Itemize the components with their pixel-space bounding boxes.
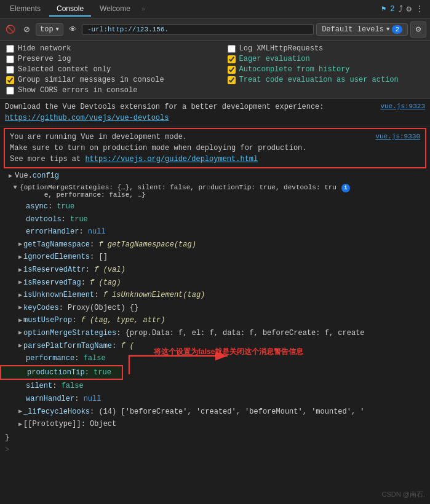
info-icon[interactable]: i [341, 184, 350, 192]
prompt-arrow: > [5, 446, 9, 454]
annotation-text: 将这个设置为false就是关闭这个消息警告信息 [154, 347, 425, 357]
vue-config-label: Vue.config [15, 171, 59, 180]
prop-gettagnamespace[interactable]: ▶ getTagNamespace : f getTagNamespace(ta… [0, 238, 430, 251]
expand-fn-icon[interactable]: ▶ [18, 240, 22, 250]
dev-mode-line1: You are running Vue in development mode. [10, 133, 187, 141]
treat-code-eval-checkbox[interactable]: Treat code evaluation as user action [228, 76, 424, 84]
closing-bracket: } [0, 431, 430, 444]
filter-options-panel: Hide network Preserve log Selected conte… [0, 41, 430, 99]
url-filter-text: -url:http://123.156. [87, 26, 169, 33]
devtools-source[interactable]: vue.js:9323 [380, 101, 425, 112]
prop-warnhandler[interactable]: warnHandler : null [0, 393, 430, 406]
tab-bar: Elements Console Welcome » ⚑ 2 ⤴ ⚙ ⋮ [0, 0, 430, 18]
close-brace: } [5, 433, 9, 442]
vue-config-section: ▶ Vue.config ▶ {optionMergeStrategies: {… [0, 170, 430, 431]
expand-obj2-icon[interactable]: ▶ [18, 328, 22, 338]
filter-button[interactable]: ⊘ [20, 23, 33, 36]
dev-mode-warning-box: You are running Vue in development mode.… [4, 128, 426, 168]
tab-welcome[interactable]: Welcome [92, 2, 138, 17]
console-settings-button[interactable]: ⚙ [410, 22, 426, 37]
prop-optionmergestrategies[interactable]: ▶ optionMergeStrategies : {prop.Data: f,… [0, 327, 430, 340]
expand-obj-icon[interactable]: ▶ [18, 303, 22, 313]
more-tabs-indicator: » [141, 6, 146, 13]
dev-mode-log-entry: You are running Vue in development mode.… [5, 129, 425, 167]
expand-arr-icon[interactable]: ▶ [18, 253, 22, 262]
tab-console[interactable]: Console [49, 2, 91, 17]
prop-lifecyclehooks[interactable]: ▶ _lifecycleHooks : (14) ['beforeCreate'… [0, 406, 430, 419]
prop-async[interactable]: async : true [0, 200, 430, 213]
gear-icon: ⚙ [416, 24, 421, 34]
dev-mode-source[interactable]: vue.js:9330 [375, 132, 420, 142]
expand-fn6-icon[interactable]: ▶ [18, 341, 22, 351]
expand-fn3-icon[interactable]: ▶ [18, 278, 22, 288]
levels-label: Default levels [322, 25, 384, 34]
prop-isunknownelement[interactable]: ▶ isUnknownElement : f isUnknownElement(… [0, 289, 430, 302]
prop-keycodes[interactable]: ▶ keyCodes : Proxy(Object) {} [0, 302, 430, 315]
eager-eval-checkbox[interactable]: Eager evaluation [228, 55, 424, 63]
expand-fn4-icon[interactable]: ▶ [18, 291, 22, 301]
triangle-icon[interactable]: ▶ [9, 172, 12, 179]
prop-isreservedattr[interactable]: ▶ isReservedAttr : f (val) [0, 264, 430, 277]
console-toolbar: 🚫 ⊘ top ▼ 👁 -url:http://123.156. Default… [0, 18, 430, 41]
object-preview-row[interactable]: ▶ {optionMergeStrategies: {…}, silent: f… [0, 182, 430, 200]
chevron-down-icon: ▼ [56, 26, 59, 33]
vue-config-toggle[interactable]: ▶ Vue.config [0, 170, 430, 182]
expand-icon[interactable]: ▶ [12, 186, 19, 189]
preserve-log-checkbox[interactable]: Preserve log [6, 55, 215, 63]
eye-icon[interactable]: 👁 [66, 23, 79, 36]
notifications-badge: ⚑ 2 [381, 4, 395, 14]
expand-fn5-icon[interactable]: ▶ [18, 316, 22, 326]
deployment-guide-link[interactable]: https://vuejs.org/guide/deployment.html [85, 155, 258, 163]
share-icon[interactable]: ⤴ [399, 4, 403, 14]
log-entry-devtools: Download the Vue Devtools extension for … [0, 99, 430, 127]
tab-elements[interactable]: Elements [2, 2, 48, 17]
hide-network-checkbox[interactable]: Hide network [6, 44, 215, 53]
prop-mustuseprop[interactable]: ▶ mustUseProp : f (tag, type, attr) [0, 314, 430, 327]
prop-productiontip[interactable]: productionTip : true [0, 365, 123, 380]
prop-devtools[interactable]: devtools : true [0, 213, 430, 226]
prop-ignoredelements[interactable]: ▶ ignoredElements : [] [0, 251, 430, 264]
log-levels-button[interactable]: Default levels ▼ 2 [316, 23, 408, 36]
url-filter-bar[interactable]: -url:http://123.156. [82, 24, 314, 35]
clear-console-button[interactable]: 🚫 [4, 23, 17, 36]
bottom-arrow[interactable]: > [0, 444, 430, 455]
log-xmlhttp-checkbox[interactable]: Log XMLHttpRequests [228, 44, 424, 53]
devtools-link[interactable]: https://github.com/vuejs/vue-devtools [5, 114, 169, 122]
show-cors-checkbox[interactable]: Show CORS errors in console [6, 86, 215, 95]
expand-arr2-icon[interactable]: ▶ [18, 407, 22, 417]
prop-prototype[interactable]: ▶ [[Prototype]] : Object [0, 418, 430, 431]
context-label: top [40, 25, 54, 34]
dev-mode-line2: Make sure to turn on production mode whe… [10, 144, 306, 152]
group-similar-checkbox[interactable]: Group similar messages in console [6, 76, 215, 84]
levels-badge: 2 [392, 25, 402, 34]
prop-errorhandler[interactable]: errorHandler : null [0, 226, 430, 238]
devtools-text: Download the Vue Devtools extension for … [5, 103, 324, 111]
autocomplete-history-checkbox[interactable]: Autocomplete from history [228, 65, 424, 74]
prop-isreservedtag[interactable]: ▶ isReservedTag : f (tag) [0, 277, 430, 289]
expand-proto-icon[interactable]: ▶ [18, 420, 22, 430]
production-tip-area: productionTip : true 将这个设置为false就是关闭这个消息… [0, 365, 430, 380]
selected-context-checkbox[interactable]: Selected context only [6, 65, 215, 74]
dev-mode-line3: See more tips at [10, 155, 85, 163]
more-icon[interactable]: ⋮ [415, 4, 424, 14]
object-preview-text: {optionMergeStrategies: {…}, silent: fal… [20, 184, 336, 199]
csdn-watermark: CSDN @南石. [382, 490, 425, 499]
console-output: Download the Vue Devtools extension for … [0, 99, 430, 504]
settings-icon[interactable]: ⚙ [407, 4, 412, 14]
chevron-down-icon-levels: ▼ [386, 26, 389, 33]
prop-silent[interactable]: silent : false [0, 380, 430, 393]
context-selector[interactable]: top ▼ [36, 23, 63, 36]
expand-fn2-icon[interactable]: ▶ [18, 266, 22, 275]
